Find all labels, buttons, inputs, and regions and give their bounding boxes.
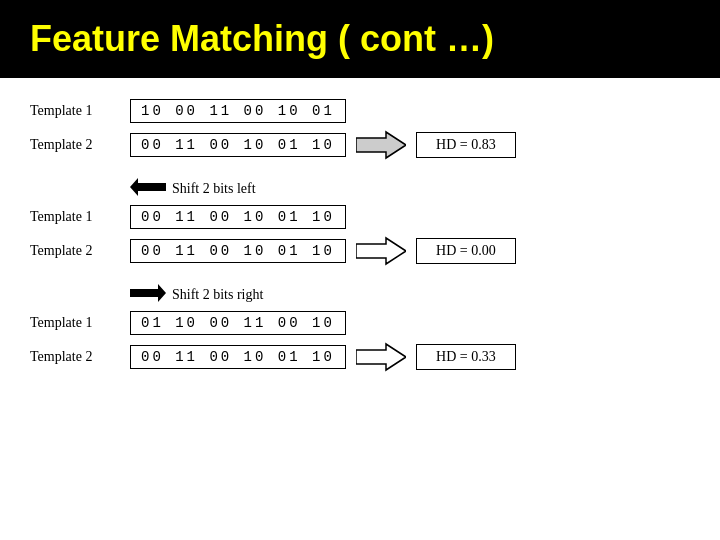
arrow-s2	[356, 236, 406, 266]
bitbox-s3-t2: 00 11 00 10 01 10	[130, 345, 346, 369]
hd-box-s3: HD = 0.33	[416, 344, 516, 370]
shift-left-row: Shift 2 bits left	[30, 178, 690, 200]
bitbox-s2-t1: 00 11 00 10 01 10	[130, 205, 346, 229]
row-s3-t2: Template 2 00 11 00 10 01 10 HD = 0.33	[30, 342, 690, 372]
svg-marker-2	[356, 238, 406, 264]
page-title: Feature Matching ( cont …)	[30, 18, 494, 59]
label-s1-t1: Template 1	[30, 103, 120, 119]
row-s1-t1: Template 1 10 00 11 00 10 01	[30, 96, 690, 126]
label-s2-t1: Template 1	[30, 209, 120, 225]
hd-box-s2: HD = 0.00	[416, 238, 516, 264]
bitbox-s2-t2: 00 11 00 10 01 10	[130, 239, 346, 263]
svg-marker-3	[130, 284, 166, 302]
svg-marker-0	[356, 132, 406, 158]
shift-right-row: Shift 2 bits right	[30, 284, 690, 306]
header: Feature Matching ( cont …)	[0, 0, 720, 78]
label-s3-t2: Template 2	[30, 349, 120, 365]
shift-right-arrow-icon	[130, 284, 166, 306]
arrow-s3	[356, 342, 406, 372]
section-2: Template 1 00 11 00 10 01 10 Template 2 …	[30, 202, 690, 272]
shift-left-arrow-icon	[130, 178, 166, 200]
bitbox-s1-t1: 10 00 11 00 10 01	[130, 99, 346, 123]
row-s2-t1: Template 1 00 11 00 10 01 10	[30, 202, 690, 232]
label-s3-t1: Template 1	[30, 315, 120, 331]
row-s3-t1: Template 1 01 10 00 11 00 10	[30, 308, 690, 338]
arrow-s1	[356, 130, 406, 160]
section-1: Template 1 10 00 11 00 10 01 Template 2 …	[30, 96, 690, 166]
shift-left-label: Shift 2 bits left	[172, 181, 256, 197]
label-s1-t2: Template 2	[30, 137, 120, 153]
svg-marker-4	[356, 344, 406, 370]
svg-marker-1	[130, 178, 166, 196]
row-s2-t2: Template 2 00 11 00 10 01 10 HD = 0.00	[30, 236, 690, 266]
content: Template 1 10 00 11 00 10 01 Template 2 …	[0, 78, 720, 406]
label-s2-t2: Template 2	[30, 243, 120, 259]
row-s1-t2: Template 2 00 11 00 10 01 10 HD = 0.83	[30, 130, 690, 160]
bitbox-s3-t1: 01 10 00 11 00 10	[130, 311, 346, 335]
bitbox-s1-t2: 00 11 00 10 01 10	[130, 133, 346, 157]
shift-right-label: Shift 2 bits right	[172, 287, 263, 303]
section-3: Template 1 01 10 00 11 00 10 Template 2 …	[30, 308, 690, 378]
hd-box-s1: HD = 0.83	[416, 132, 516, 158]
